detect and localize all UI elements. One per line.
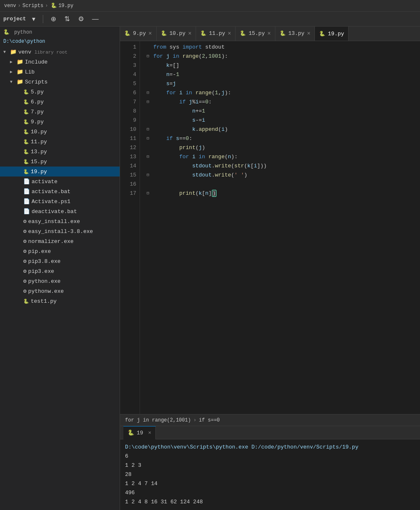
tab-19py-icon: 🐍: [319, 31, 325, 37]
sidebar-item-pythonw[interactable]: ⚙ pythonw.exe: [0, 286, 120, 296]
tab-13py-close[interactable]: ×: [307, 31, 310, 37]
code-content-2: for j in range(2,1001):: [153, 52, 228, 61]
settings-button[interactable]: ⚙: [76, 13, 86, 25]
editor-breadcrumb: for j in range(2,1001) › if s==0: [120, 414, 420, 426]
file-icon-activate-ps1: 📄: [23, 198, 30, 205]
sidebar-item-7py[interactable]: 🐍 7.py: [0, 107, 120, 117]
add-button[interactable]: ⊕: [48, 13, 59, 25]
exe-icon-pip: ⚙: [23, 248, 27, 255]
sidebar-item-5py[interactable]: 🐍 5.py: [0, 87, 120, 97]
code-line-13: ⊟ for i in range(n):: [147, 152, 420, 162]
sidebar-item-activate-ps1[interactable]: 📄 Activate.ps1: [0, 196, 120, 206]
breadcrumb-file: 🐍19.py: [50, 2, 74, 9]
terminal-tab-19[interactable]: 🐍 19 ×: [123, 426, 156, 439]
sidebar-item-scripts[interactable]: ▼ 📁 Scripts: [0, 77, 120, 87]
fold-6[interactable]: ⊟: [147, 88, 153, 98]
fold-13[interactable]: ⊟: [147, 152, 153, 162]
tab-11py-close[interactable]: ×: [228, 31, 231, 37]
terminal-panel: 🐍 19 × D:\code\python\venv\Scripts\pytho…: [120, 426, 420, 510]
sidebar-item-pip38[interactable]: ⚙ pip3.8.exe: [0, 256, 120, 266]
fold-15[interactable]: ⊟: [147, 171, 153, 180]
code-line-11: ⊟ if s==0:: [147, 134, 420, 143]
tab-15py-close[interactable]: ×: [267, 31, 270, 37]
code-content-5: s=j: [153, 79, 176, 88]
fold-10[interactable]: ⊟: [147, 125, 153, 134]
fold-11[interactable]: ⊟: [147, 134, 153, 143]
code-line-15: ⊟ stdout.write(' '): [147, 171, 420, 180]
sidebar-item-normalizer[interactable]: ⚙ normalizer.exe: [0, 236, 120, 246]
tabs-bar: 🐍 9.py × 🐍 10.py × 🐍 11.py × 🐍 15.py × 🐍: [120, 27, 420, 41]
code-line-7: ⊟ if j%i==0:: [147, 98, 420, 107]
file-icon-deactivate-bat: 📄: [23, 208, 30, 215]
file-15py-label: 15.py: [31, 159, 47, 165]
sidebar-item-venv-root[interactable]: ▼ 📁 venv library root: [0, 47, 120, 57]
code-line-2: ⊟ for j in range(2,1001):: [147, 52, 420, 61]
exe-icon-easy-install-38: ⚙: [23, 228, 27, 235]
terminal-tab-close[interactable]: ×: [148, 430, 152, 436]
file-9py-label: 9.py: [31, 119, 44, 125]
tab-10py-close[interactable]: ×: [188, 31, 192, 37]
tab-15py[interactable]: 🐍 15.py ×: [236, 27, 275, 41]
file-13py-label: 13.py: [31, 149, 47, 155]
code-area[interactable]: from sys import stdout ⊟ for j in range(…: [140, 41, 420, 414]
code-content-8: n+=1: [153, 107, 205, 116]
sidebar-item-11py[interactable]: 🐍 11.py: [0, 137, 120, 147]
expand-arrow-scripts: ▼: [10, 80, 17, 84]
tab-19py[interactable]: 🐍 19.py: [315, 27, 349, 41]
sidebar-item-19py[interactable]: 🐍 19.py: [0, 167, 120, 177]
fold-2[interactable]: ⊟: [147, 52, 153, 61]
exe-icon-easy-install: ⚙: [23, 218, 27, 225]
sidebar-item-pip3[interactable]: ⚙ pip3.exe: [0, 266, 120, 276]
sidebar-item-include[interactable]: ▶ 📁 Include: [0, 57, 120, 67]
sidebar-item-python[interactable]: ⚙ python.exe: [0, 276, 120, 286]
sidebar-item-10py[interactable]: 🐍 10.py: [0, 127, 120, 137]
tab-9py[interactable]: 🐍 9.py ×: [120, 27, 157, 41]
dropdown-button[interactable]: ▾: [29, 13, 38, 25]
fold-7[interactable]: ⊟: [147, 98, 153, 107]
sidebar-item-pip[interactable]: ⚙ pip.exe: [0, 246, 120, 256]
tab-11py-icon: 🐍: [200, 30, 206, 37]
tab-13py[interactable]: 🐍 13.py ×: [275, 27, 315, 41]
sort-button[interactable]: ⇅: [62, 13, 72, 25]
sidebar-item-13py[interactable]: 🐍 13.py: [0, 147, 120, 157]
terminal-out-long: 1 2 4 8 16 31 62 124 248: [125, 498, 415, 507]
line-numbers: 1 2 3 4 5 6 7 8 9 10 11 12 13 14 15 16 1: [120, 41, 140, 414]
py-icon-9: 🐍: [23, 119, 29, 125]
code-line-4: n=-1: [147, 70, 420, 79]
file-easy-install-38-label: easy_install-3.8.exe: [28, 228, 93, 235]
sidebar-item-deactivate-bat[interactable]: 📄 deactivate.bat: [0, 206, 120, 216]
file-pip3-label: pip3.exe: [28, 268, 54, 275]
breadcrumb-bar: venv › Scripts › 🐍19.py: [0, 0, 420, 12]
terminal-tab-label: 19: [137, 430, 143, 436]
sidebar-item-easy-install[interactable]: ⚙ easy_install.exe: [0, 216, 120, 226]
code-line-14: stdout.write(str(k[i])): [147, 162, 420, 171]
fold-17[interactable]: ⊟: [147, 189, 153, 198]
tab-10py[interactable]: 🐍 10.py ×: [157, 27, 196, 41]
folder-lib-icon: 📁: [17, 69, 23, 75]
expand-arrow-include: ▶: [10, 59, 17, 64]
sidebar-item-activate[interactable]: 📄 activate: [0, 177, 120, 186]
exe-icon-pythonw: ⚙: [23, 288, 27, 294]
sidebar-item-easy-install-38[interactable]: ⚙ easy_install-3.8.exe: [0, 226, 120, 236]
sidebar-item-test1py[interactable]: 🐍 test1.py: [0, 296, 120, 306]
sidebar-item-15py[interactable]: 🐍 15.py: [0, 157, 120, 167]
venv-root-label: venv library root: [18, 49, 67, 55]
file-python-label: python.exe: [28, 278, 61, 284]
code-line-1: from sys import stdout: [147, 43, 420, 52]
tab-9py-close[interactable]: ×: [148, 31, 152, 37]
tab-9py-icon: 🐍: [124, 30, 130, 37]
collapse-button[interactable]: —: [90, 14, 101, 25]
sidebar-item-9py[interactable]: 🐍 9.py: [0, 117, 120, 127]
sidebar-item-lib[interactable]: ▶ 📁 Lib: [0, 67, 120, 77]
sidebar-item-6py[interactable]: 🐍 6.py: [0, 97, 120, 107]
file-activate-bat-label: activate.bat: [32, 189, 71, 195]
project-label: project: [3, 16, 26, 22]
file-10py-label: 10.py: [31, 129, 47, 135]
file-test1py-label: test1.py: [31, 298, 56, 304]
breadcrumb-arrow: ›: [193, 417, 196, 423]
breadcrumb-scripts[interactable]: Scripts: [22, 3, 43, 9]
tab-11py[interactable]: 🐍 11.py ×: [196, 27, 236, 41]
sidebar-item-activate-bat[interactable]: 📄 activate.bat: [0, 186, 120, 196]
terminal-out-12474: 1 2 4 7 14: [125, 479, 415, 488]
breadcrumb-venv[interactable]: venv: [4, 3, 16, 9]
